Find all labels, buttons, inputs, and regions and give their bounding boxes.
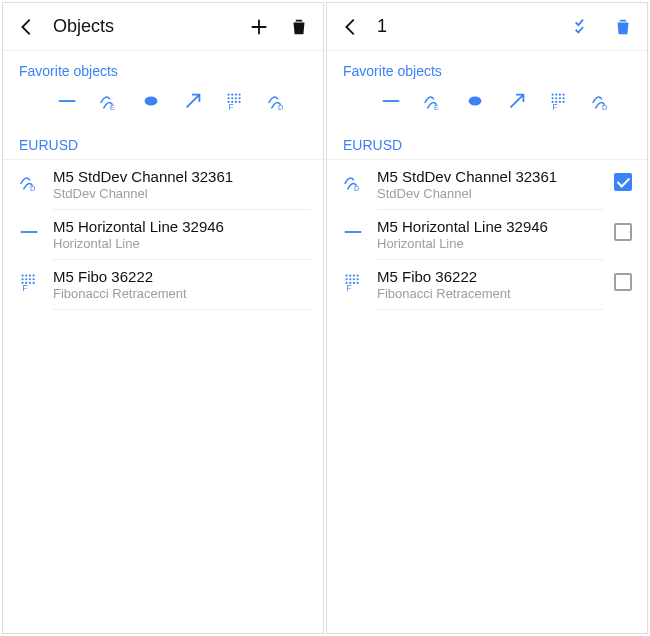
object-checkbox[interactable] [611, 270, 635, 294]
object-subtitle: StdDev Channel [53, 186, 311, 201]
stddev-d-icon [590, 90, 612, 112]
object-row-stddev[interactable]: M5 StdDev Channel 32361 StdDev Channel [3, 160, 323, 210]
favorites-section: Favorite objects [3, 51, 323, 127]
add-button[interactable] [239, 7, 279, 47]
object-subtitle: Horizontal Line [377, 236, 603, 251]
back-button[interactable] [331, 7, 371, 47]
favorites-section: Favorite objects [327, 51, 647, 127]
object-subtitle: Fibonacci Retracement [377, 286, 603, 301]
favorite-tool-arrow[interactable] [181, 89, 205, 113]
objects-list-pane: Objects Favorite objects EURUSD M5 StdDe… [2, 2, 324, 634]
hline-icon [341, 220, 365, 244]
select-all-button[interactable] [563, 7, 603, 47]
object-title: M5 StdDev Channel 32361 [377, 168, 603, 185]
hline-icon [380, 90, 402, 112]
back-icon [16, 16, 38, 38]
favorite-tool-stddev-e[interactable] [421, 89, 445, 113]
page-title: Objects [53, 16, 239, 37]
fibo-icon [341, 270, 365, 294]
object-title: M5 StdDev Channel 32361 [53, 168, 311, 185]
object-row-hline[interactable]: M5 Horizontal Line 32946 Horizontal Line [327, 210, 647, 260]
fibo-icon [224, 90, 246, 112]
object-title: M5 Fibo 36222 [377, 268, 603, 285]
toolbar: 1 [327, 3, 647, 51]
checkbox-empty-icon [614, 273, 632, 291]
favorite-tool-arrow[interactable] [505, 89, 529, 113]
stddev-icon [341, 170, 365, 194]
toolbar: Objects [3, 3, 323, 51]
favorites-title: Favorite objects [343, 63, 631, 79]
plus-icon [248, 16, 270, 38]
favorite-tool-stddev-e[interactable] [97, 89, 121, 113]
object-row-hline[interactable]: M5 Horizontal Line 32946 Horizontal Line [3, 210, 323, 260]
stddev-icon [17, 170, 41, 194]
stddev-e-icon [98, 90, 120, 112]
hline-icon [17, 220, 41, 244]
hline-icon [56, 90, 78, 112]
back-icon [340, 16, 362, 38]
ellipse-icon [464, 90, 486, 112]
object-checkbox[interactable] [611, 170, 635, 194]
ellipse-icon [140, 90, 162, 112]
group-header: EURUSD [3, 127, 323, 160]
delete-button[interactable] [279, 7, 319, 47]
object-title: M5 Fibo 36222 [53, 268, 311, 285]
trash-icon [288, 16, 310, 38]
favorite-tool-hline[interactable] [55, 89, 79, 113]
object-subtitle: Fibonacci Retracement [53, 286, 311, 301]
object-title: M5 Horizontal Line 32946 [377, 218, 603, 235]
fibo-icon [17, 270, 41, 294]
fibo-icon [548, 90, 570, 112]
arrow-icon [182, 90, 204, 112]
select-all-icon [572, 16, 594, 38]
arrow-icon [506, 90, 528, 112]
object-checkbox[interactable] [611, 220, 635, 244]
checkbox-empty-icon [614, 223, 632, 241]
favorite-tools-bar [343, 89, 631, 121]
delete-button[interactable] [603, 7, 643, 47]
back-button[interactable] [7, 7, 47, 47]
favorite-tool-hline[interactable] [379, 89, 403, 113]
favorite-tool-fibo[interactable] [547, 89, 571, 113]
favorite-tool-stddev-d[interactable] [589, 89, 613, 113]
object-row-stddev[interactable]: M5 StdDev Channel 32361 StdDev Channel [327, 160, 647, 210]
selection-count: 1 [377, 16, 563, 37]
favorite-tool-stddev-d[interactable] [265, 89, 289, 113]
object-title: M5 Horizontal Line 32946 [53, 218, 311, 235]
object-subtitle: Horizontal Line [53, 236, 311, 251]
group-header: EURUSD [327, 127, 647, 160]
favorite-tool-ellipse[interactable] [139, 89, 163, 113]
favorite-tool-fibo[interactable] [223, 89, 247, 113]
object-row-fibo[interactable]: M5 Fibo 36222 Fibonacci Retracement [3, 260, 323, 310]
trash-icon [612, 16, 634, 38]
favorites-title: Favorite objects [19, 63, 307, 79]
favorite-tools-bar [19, 89, 307, 121]
favorite-tool-ellipse[interactable] [463, 89, 487, 113]
objects-selection-pane: 1 Favorite objects EURUSD M5 StdDev Chan… [326, 2, 648, 634]
stddev-e-icon [422, 90, 444, 112]
object-row-fibo[interactable]: M5 Fibo 36222 Fibonacci Retracement [327, 260, 647, 310]
stddev-d-icon [266, 90, 288, 112]
object-subtitle: StdDev Channel [377, 186, 603, 201]
checkbox-checked-icon [614, 173, 632, 191]
